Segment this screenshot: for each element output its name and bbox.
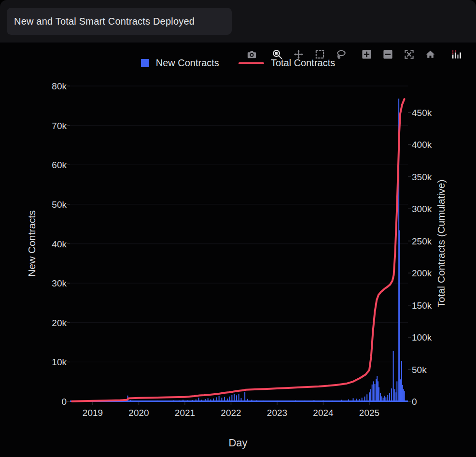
bar (394, 389, 395, 401)
y-left-tick-label: 60k (52, 160, 67, 170)
x-tick-label: 2022 (221, 408, 241, 418)
y-left-tick-label: 70k (52, 121, 67, 131)
bar (391, 388, 392, 401)
bar (370, 389, 371, 401)
y-left-tick-label: 20k (52, 318, 67, 328)
bar (387, 395, 388, 401)
legend-label: New Contracts (156, 57, 219, 69)
x-axis-title: Day (228, 437, 247, 449)
gridlines (70, 86, 408, 362)
x-tick-label: 2019 (83, 408, 103, 418)
x-tick-label: 2024 (313, 408, 334, 418)
y-left-axis-title: New Contracts (26, 210, 37, 277)
legend-item-total-contracts[interactable]: Total Contracts (238, 57, 335, 69)
bar (389, 393, 390, 401)
y-right-tick-label: 0 (412, 397, 417, 407)
legend-label: Total Contracts (271, 57, 335, 69)
bar (238, 394, 239, 401)
bar (380, 393, 381, 401)
home-icon[interactable] (424, 48, 437, 61)
x-tick-label: 2025 (359, 408, 379, 418)
line-swatch-icon (238, 62, 264, 64)
y-right-tick-label: 300k (412, 204, 432, 214)
y-left-tick-label: 0 (61, 397, 67, 407)
autoscale-icon[interactable] (403, 48, 416, 61)
bar (244, 392, 245, 401)
bar (400, 379, 401, 401)
y-right-tick-label: 400k (412, 140, 432, 150)
bar (401, 361, 402, 401)
x-tick-label: 2020 (128, 408, 149, 418)
panel-header: New and Total Smart Contracts Deployed (0, 0, 476, 43)
y-right-tick-label: 100k (412, 332, 432, 343)
y-left-tick-label: 30k (52, 278, 67, 288)
bar (393, 351, 394, 401)
bar (378, 381, 378, 401)
y-left-tick-label: 50k (52, 200, 67, 210)
bar (376, 379, 377, 401)
y-right-tick-label: 150k (412, 300, 432, 311)
zoom-out-icon[interactable] (381, 48, 394, 61)
bar (231, 395, 232, 401)
bar (404, 391, 405, 401)
x-tick-label: 2021 (175, 408, 195, 418)
plotly-logo-icon[interactable] (449, 48, 462, 61)
panel-title-chip: New and Total Smart Contracts Deployed (7, 8, 232, 35)
bar (403, 389, 404, 401)
page-title: New and Total Smart Contracts Deployed (14, 16, 195, 27)
bar (234, 394, 235, 401)
zoom-in-icon[interactable] (360, 48, 373, 61)
y-right-tick-label: 250k (412, 236, 432, 246)
lasso-icon[interactable] (335, 48, 348, 61)
line-total-contracts (72, 99, 405, 401)
y-left-tick-label: 80k (52, 81, 67, 91)
chart-panel: 010k20k30k40k50k60k70k80k050k100k150k200… (0, 0, 476, 457)
bar (395, 392, 396, 401)
bar (402, 385, 403, 401)
bar (373, 381, 374, 401)
bar-swatch-icon (141, 59, 149, 67)
bar (366, 394, 367, 401)
bar (378, 387, 379, 401)
bar (396, 381, 397, 401)
y-right-tick-label: 200k (412, 268, 432, 278)
y-right-tick-label: 50k (412, 365, 427, 375)
bar (369, 392, 370, 401)
bar (374, 384, 375, 401)
bar (399, 230, 400, 401)
y-left-tick-label: 40k (52, 239, 67, 249)
bar (377, 376, 378, 401)
legend-item-new-contracts[interactable]: New Contracts (141, 57, 219, 69)
tick-marks (67, 86, 411, 405)
y-right-tick-label: 350k (412, 172, 432, 182)
bar (372, 385, 373, 401)
y-right-tick-label: 450k (412, 108, 432, 118)
bars-new-contracts (95, 99, 405, 401)
x-tick-label: 2023 (267, 408, 287, 418)
y-right-axis-title: Total Contracts (Cumulative) (435, 180, 447, 308)
y-left-tick-label: 10k (52, 357, 67, 367)
